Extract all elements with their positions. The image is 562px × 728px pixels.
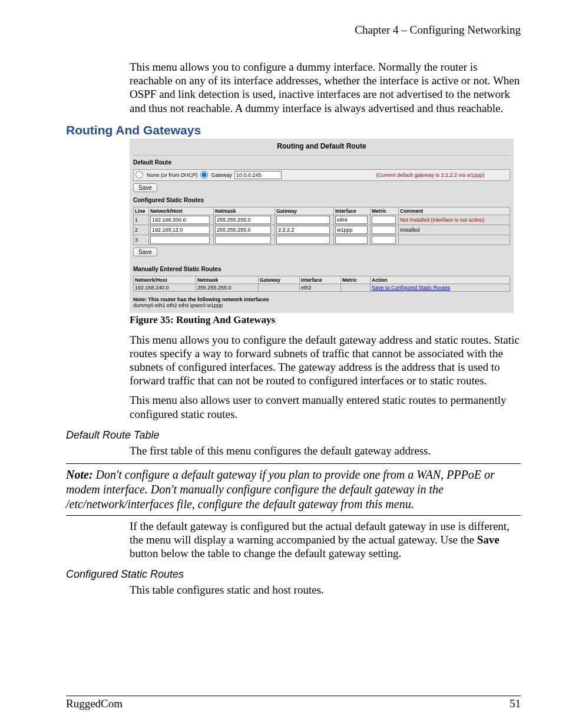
csr-gw-input[interactable] (276, 226, 330, 234)
csr-gw-input[interactable] (276, 236, 330, 244)
csr-row: 2 Installed (134, 225, 510, 235)
mesr-col-if: Interface (300, 276, 341, 284)
csr-net-input[interactable] (150, 216, 210, 224)
radio-gateway-label: Gateway (211, 172, 233, 178)
mesr-col-net: Network/Host (134, 276, 196, 284)
csr-net-input[interactable] (150, 236, 210, 244)
note-rule-top (66, 463, 521, 464)
csr-mask-input[interactable] (215, 226, 271, 234)
section-heading: Routing And Gateways (66, 123, 521, 137)
figure-screenshot: Routing and Default Route Default Route … (130, 139, 514, 313)
csr-row: 3 (134, 235, 510, 245)
csr-col-net: Network/Host (149, 207, 214, 215)
csr-if-input[interactable] (335, 216, 368, 224)
note-rule-bottom (66, 515, 521, 516)
sub1-body2-bold: Save (477, 533, 500, 546)
mesr-col-mask: Netmask (196, 276, 259, 284)
csr-row: 1 Not Installed (interface is not active… (134, 215, 510, 225)
mesr-net: 192.168.240.0 (134, 284, 196, 291)
footer-right: 51 (510, 697, 521, 710)
csr-metric-input[interactable] (372, 236, 396, 244)
mesr-row: 192.168.240.0 255.255.255.0 eth2 Save to… (134, 284, 510, 291)
chapter-header: Chapter 4 – Configuring Networking (66, 24, 521, 37)
mesr-heading: Manually Entered Static Routes (133, 266, 510, 272)
csr-col-gw: Gateway (275, 207, 334, 215)
figure-caption: Figure 35: Routing And Gateways (130, 314, 521, 326)
csr-comment: Not Installed (interface is not active) (399, 215, 510, 225)
csr-line: 2 (134, 225, 149, 235)
body-para-3: This menu also allows user to convert ma… (130, 393, 521, 420)
figure-note-line2: dummy0 eth1 eth2 eth4 ipsec0 w1ppp (133, 302, 510, 308)
mesr-metric (341, 284, 371, 291)
body-para-2: This menu allows you to configure the de… (130, 333, 521, 388)
csr-table: Line Network/Host Netmask Gateway Interf… (133, 207, 510, 245)
subsection-default-route-table: Default Route Table (66, 429, 521, 442)
sub1-body2: If the default gateway is configured but… (130, 519, 521, 561)
footer: RuggedCom 51 (66, 697, 521, 710)
figure-note-line1: Note: This router has the following netw… (133, 297, 510, 302)
csr-comment (399, 235, 510, 245)
sub1-body2-post: button below the table to change the def… (130, 547, 401, 559)
csr-col-metric: Metric (371, 207, 399, 215)
gateway-status: (Current default gateway is 2.2.2.2 via … (376, 172, 508, 178)
mesr-col-gw: Gateway (259, 276, 300, 284)
csr-col-line: Line (134, 207, 149, 215)
mesr-table: Network/Host Netmask Gateway Interface M… (133, 276, 510, 292)
mesr-mask: 255.255.255.0 (196, 284, 259, 291)
csr-metric-input[interactable] (372, 216, 396, 224)
sub1-body2-pre: If the default gateway is configured but… (130, 520, 510, 546)
intro-paragraph: This menu allows you to configure a dumm… (130, 60, 521, 115)
note-block: Note: Don't configure a default gateway … (66, 467, 521, 512)
footer-left: RuggedCom (66, 697, 123, 710)
note-prefix: Note: (66, 468, 93, 481)
mesr-col-action: Action (371, 276, 510, 284)
sub1-body: The first table of this menu configures … (130, 444, 521, 457)
csr-comment: Installed (399, 225, 510, 235)
csr-if-input[interactable] (335, 226, 368, 234)
radio-none-label: None (or from DHCP) (147, 172, 198, 178)
note-text: Don't configure a default gateway if you… (66, 468, 495, 510)
default-route-row: None (or from DHCP) Gateway (Current def… (133, 169, 510, 181)
csr-col-mask: Netmask (214, 207, 275, 215)
csr-if-input[interactable] (335, 236, 368, 244)
csr-line: 1 (134, 215, 149, 225)
csr-save-button[interactable]: Save (133, 248, 157, 256)
radio-none[interactable] (135, 171, 143, 179)
default-route-save-button[interactable]: Save (133, 183, 157, 192)
csr-col-if: Interface (334, 207, 371, 215)
gateway-input[interactable] (234, 171, 282, 179)
csr-header-row: Line Network/Host Netmask Gateway Interf… (134, 207, 510, 215)
mesr-header-row: Network/Host Netmask Gateway Interface M… (134, 276, 510, 284)
default-route-heading: Default Route (133, 159, 510, 166)
csr-col-comment: Comment (399, 207, 510, 215)
panel-title: Routing and Default Route (133, 140, 510, 156)
csr-mask-input[interactable] (215, 236, 271, 244)
sub2-body: This table configures static and host ro… (130, 583, 521, 597)
csr-heading: Configured Static Routes (133, 197, 510, 203)
subsection-configured-static-routes: Configured Static Routes (66, 568, 521, 581)
mesr-col-metric: Metric (341, 276, 371, 284)
mesr-gw (259, 284, 300, 291)
csr-mask-input[interactable] (215, 216, 271, 224)
mesr-if: eth2 (300, 284, 341, 291)
csr-gw-input[interactable] (276, 216, 330, 224)
mesr-action-link[interactable]: Save to Configured Static Routes (372, 285, 450, 291)
radio-gateway[interactable] (200, 171, 208, 179)
csr-metric-input[interactable] (372, 226, 396, 234)
csr-net-input[interactable] (150, 226, 210, 234)
footer-rule (66, 696, 521, 696)
csr-line: 3 (134, 235, 149, 245)
